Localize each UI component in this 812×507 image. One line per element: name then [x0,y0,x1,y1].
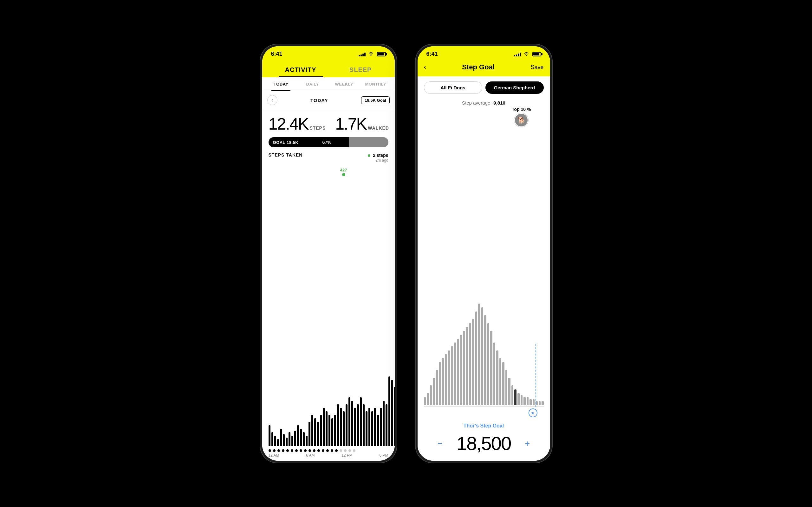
chart-dot [331,449,333,452]
step-goal-minus-button[interactable]: − [433,439,447,449]
dist-bar [424,397,426,405]
chart-bar [291,436,293,446]
dist-bar [484,315,487,405]
dist-bar [466,327,468,405]
progress-bar-container: GOAL 18.5K 67% [268,137,389,147]
chart-bar [343,411,345,446]
status-icons-1 [359,51,386,57]
dist-bar [508,378,510,405]
step-goal-input-row: − 18,500 + [417,430,550,461]
goal-star: ★ [528,408,538,417]
goal-badge: 18.5K Goal [361,96,389,104]
signal-icon-2 [514,52,521,56]
chart-bar [366,411,367,446]
steps-unit: STEPS [309,125,325,130]
battery-icon-2 [532,52,541,56]
chart-dot [326,449,329,452]
dist-bar [533,399,535,405]
chart-bar [328,415,331,446]
goal-line [536,344,536,407]
dist-bar [542,401,544,405]
step-average-row: Step average 9,810 [417,99,550,107]
chart-bar [306,436,308,446]
dist-bar [469,323,471,405]
chart-dot [277,449,280,452]
chart-bar [368,408,370,446]
live-count: 2 steps [373,153,388,158]
chart-bar [271,432,273,446]
walked-unit: WALKED [368,125,389,130]
subtab-monthly[interactable]: MONTHLY [360,77,392,91]
dist-bar [442,358,444,405]
dist-bar [529,399,532,405]
dist-bar [457,339,459,405]
all-fi-dogs-button[interactable]: All Fi Dogs [424,81,482,94]
dist-bar [521,395,523,405]
dist-bar [523,397,526,405]
dist-bar [502,362,504,405]
chart-bar [277,439,279,446]
prev-date-button[interactable]: ‹ [267,95,277,105]
dist-bar [451,346,453,405]
dist-bar [527,397,529,405]
chart-dot [273,449,275,452]
chart-bar [314,418,316,446]
chart-bars [268,164,389,447]
chart-dot [300,449,302,452]
back-button[interactable]: ‹ [424,63,426,71]
german-shepherd-button[interactable]: German Shepherd [486,81,544,94]
chart-bar [371,411,373,446]
chart-bar [320,415,322,446]
chart-bar [348,397,350,446]
chart-dot [335,449,338,452]
top-percent-label: Top 10 % 🐕 [512,107,531,128]
chart-label-12pm: 12 PM [342,453,353,458]
dist-bar [478,303,480,405]
save-button[interactable]: Save [530,64,544,71]
chart-dot [291,449,293,452]
step-goal-plus-button[interactable]: + [520,439,534,449]
tooltip-dot [342,173,345,176]
chart-bar [354,408,356,446]
dist-bar [433,378,435,405]
tab-sleep[interactable]: SLEEP [343,63,378,77]
page-title: Step Goal [462,63,495,71]
chart-dot [344,449,347,452]
status-time-1: 6:41 [271,51,283,57]
chart-bar [325,411,327,446]
chart-labels: 12 AM 6 AM 12 PM 6 PM [268,453,389,461]
chart-dot [282,449,285,452]
chart-bar [311,415,313,446]
dist-bar [511,385,514,405]
chart-bar [283,434,285,447]
dist-bar [505,370,508,405]
live-dot [368,154,370,157]
chart-bar [280,429,282,446]
subtab-daily[interactable]: DAILY [297,77,328,91]
subtab-weekly[interactable]: WEEKLY [328,77,360,91]
chart-bar [380,408,382,446]
chart-bar [389,377,390,446]
chart-bar [289,432,291,446]
subtab-today[interactable]: TODAY [265,77,297,91]
steps-section: STEPS TAKEN 2 steps 2m ago 427 [262,153,395,461]
tab-activity[interactable]: ACTIVITY [279,63,323,77]
steps-stat: 12.4K STEPS [268,116,326,132]
chart-dot [313,449,315,452]
chart-bar [317,422,319,446]
chart-label-6pm: 6 PM [379,453,388,458]
chart-bar [374,408,376,446]
wifi-icon-2 [523,51,529,57]
chart-dot [304,449,307,452]
chart-bar [340,408,342,446]
top-percent-text: Top 10 % [512,107,531,112]
dist-bar [539,401,541,405]
progress-label: GOAL 18.5K [273,140,299,145]
chart-bar [391,380,393,446]
breed-toggle: All Fi Dogs German Shepherd [417,76,550,99]
stats-row: 12.4K STEPS 1.7K WALKED [262,109,395,135]
chart-bar [297,425,299,446]
chart-bar [268,425,270,446]
date-label: TODAY [310,98,328,103]
chart-dots [268,447,389,453]
